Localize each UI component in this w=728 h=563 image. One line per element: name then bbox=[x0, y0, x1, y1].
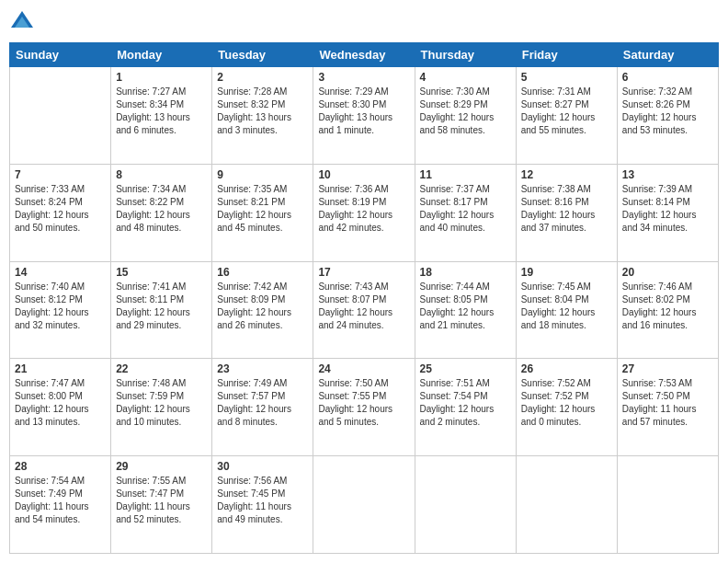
day-number: 30 bbox=[217, 460, 308, 473]
weekday-header: Sunday bbox=[10, 43, 111, 67]
calendar-cell bbox=[313, 456, 415, 554]
day-number: 20 bbox=[622, 266, 713, 279]
calendar-cell: 2Sunrise: 7:28 AM Sunset: 8:32 PM Daylig… bbox=[212, 67, 313, 165]
calendar-cell: 10Sunrise: 7:36 AM Sunset: 8:19 PM Dayli… bbox=[313, 164, 415, 261]
day-number: 5 bbox=[521, 71, 612, 84]
day-number: 22 bbox=[116, 362, 207, 375]
day-number: 23 bbox=[217, 362, 308, 375]
calendar-cell: 9Sunrise: 7:35 AM Sunset: 8:21 PM Daylig… bbox=[212, 164, 313, 261]
calendar-week-row: 21Sunrise: 7:47 AM Sunset: 8:00 PM Dayli… bbox=[10, 359, 719, 456]
cell-info: Sunrise: 7:44 AM Sunset: 8:05 PM Dayligh… bbox=[420, 281, 511, 332]
calendar-cell: 29Sunrise: 7:55 AM Sunset: 7:47 PM Dayli… bbox=[111, 456, 212, 554]
calendar-cell: 8Sunrise: 7:34 AM Sunset: 8:22 PM Daylig… bbox=[111, 164, 212, 261]
calendar-week-row: 28Sunrise: 7:54 AM Sunset: 7:49 PM Dayli… bbox=[10, 456, 719, 554]
day-number: 29 bbox=[116, 460, 207, 473]
cell-info: Sunrise: 7:53 AM Sunset: 7:50 PM Dayligh… bbox=[622, 377, 713, 429]
calendar-cell: 27Sunrise: 7:53 AM Sunset: 7:50 PM Dayli… bbox=[617, 359, 718, 456]
weekday-header-row: SundayMondayTuesdayWednesdayThursdayFrid… bbox=[10, 43, 719, 67]
calendar-cell: 19Sunrise: 7:45 AM Sunset: 8:04 PM Dayli… bbox=[516, 261, 617, 359]
cell-info: Sunrise: 7:34 AM Sunset: 8:22 PM Dayligh… bbox=[116, 183, 207, 235]
day-number: 1 bbox=[116, 71, 207, 84]
calendar-week-row: 7Sunrise: 7:33 AM Sunset: 8:24 PM Daylig… bbox=[10, 164, 719, 261]
calendar-cell: 24Sunrise: 7:50 AM Sunset: 7:55 PM Dayli… bbox=[313, 359, 415, 456]
cell-info: Sunrise: 7:55 AM Sunset: 7:47 PM Dayligh… bbox=[116, 475, 207, 526]
day-number: 6 bbox=[622, 71, 713, 84]
cell-info: Sunrise: 7:35 AM Sunset: 8:21 PM Dayligh… bbox=[217, 183, 308, 235]
cell-info: Sunrise: 7:37 AM Sunset: 8:17 PM Dayligh… bbox=[420, 183, 511, 235]
calendar-cell: 1Sunrise: 7:27 AM Sunset: 8:34 PM Daylig… bbox=[111, 67, 212, 165]
day-number: 11 bbox=[420, 168, 511, 181]
calendar-cell: 6Sunrise: 7:32 AM Sunset: 8:26 PM Daylig… bbox=[617, 67, 718, 165]
cell-info: Sunrise: 7:50 AM Sunset: 7:55 PM Dayligh… bbox=[318, 377, 409, 429]
calendar-cell bbox=[10, 67, 111, 165]
cell-info: Sunrise: 7:38 AM Sunset: 8:16 PM Dayligh… bbox=[521, 183, 612, 235]
calendar-cell: 28Sunrise: 7:54 AM Sunset: 7:49 PM Dayli… bbox=[10, 456, 111, 554]
day-number: 9 bbox=[217, 168, 308, 181]
calendar-cell: 11Sunrise: 7:37 AM Sunset: 8:17 PM Dayli… bbox=[415, 164, 516, 261]
calendar-cell: 30Sunrise: 7:56 AM Sunset: 7:45 PM Dayli… bbox=[212, 456, 313, 554]
calendar-cell bbox=[617, 456, 718, 554]
day-number: 10 bbox=[318, 168, 409, 181]
logo bbox=[9, 9, 37, 35]
day-number: 14 bbox=[15, 266, 106, 279]
day-number: 16 bbox=[217, 266, 308, 279]
weekday-header: Wednesday bbox=[313, 43, 415, 67]
cell-info: Sunrise: 7:49 AM Sunset: 7:57 PM Dayligh… bbox=[217, 377, 308, 429]
day-number: 25 bbox=[420, 362, 511, 375]
calendar-cell: 3Sunrise: 7:29 AM Sunset: 8:30 PM Daylig… bbox=[313, 67, 415, 165]
header bbox=[9, 9, 719, 35]
day-number: 13 bbox=[622, 168, 713, 181]
day-number: 24 bbox=[318, 362, 409, 375]
cell-info: Sunrise: 7:30 AM Sunset: 8:29 PM Dayligh… bbox=[420, 86, 511, 137]
day-number: 3 bbox=[318, 71, 409, 84]
page: SundayMondayTuesdayWednesdayThursdayFrid… bbox=[0, 0, 728, 563]
cell-info: Sunrise: 7:46 AM Sunset: 8:02 PM Dayligh… bbox=[622, 281, 713, 332]
calendar-table: SundayMondayTuesdayWednesdayThursdayFrid… bbox=[9, 42, 719, 554]
cell-info: Sunrise: 7:28 AM Sunset: 8:32 PM Dayligh… bbox=[217, 86, 308, 137]
day-number: 8 bbox=[116, 168, 207, 181]
cell-info: Sunrise: 7:29 AM Sunset: 8:30 PM Dayligh… bbox=[318, 86, 409, 137]
calendar-cell: 15Sunrise: 7:41 AM Sunset: 8:11 PM Dayli… bbox=[111, 261, 212, 359]
cell-info: Sunrise: 7:51 AM Sunset: 7:54 PM Dayligh… bbox=[420, 377, 511, 429]
cell-info: Sunrise: 7:36 AM Sunset: 8:19 PM Dayligh… bbox=[318, 183, 409, 235]
cell-info: Sunrise: 7:41 AM Sunset: 8:11 PM Dayligh… bbox=[116, 281, 207, 332]
day-number: 4 bbox=[420, 71, 511, 84]
calendar-cell: 14Sunrise: 7:40 AM Sunset: 8:12 PM Dayli… bbox=[10, 261, 111, 359]
day-number: 18 bbox=[420, 266, 511, 279]
calendar-cell: 13Sunrise: 7:39 AM Sunset: 8:14 PM Dayli… bbox=[617, 164, 718, 261]
cell-info: Sunrise: 7:31 AM Sunset: 8:27 PM Dayligh… bbox=[521, 86, 612, 137]
calendar-cell: 18Sunrise: 7:44 AM Sunset: 8:05 PM Dayli… bbox=[415, 261, 516, 359]
calendar-cell: 7Sunrise: 7:33 AM Sunset: 8:24 PM Daylig… bbox=[10, 164, 111, 261]
calendar-cell: 25Sunrise: 7:51 AM Sunset: 7:54 PM Dayli… bbox=[415, 359, 516, 456]
cell-info: Sunrise: 7:45 AM Sunset: 8:04 PM Dayligh… bbox=[521, 281, 612, 332]
weekday-header: Monday bbox=[111, 43, 212, 67]
cell-info: Sunrise: 7:52 AM Sunset: 7:52 PM Dayligh… bbox=[521, 377, 612, 429]
calendar-cell: 5Sunrise: 7:31 AM Sunset: 8:27 PM Daylig… bbox=[516, 67, 617, 165]
calendar-cell: 21Sunrise: 7:47 AM Sunset: 8:00 PM Dayli… bbox=[10, 359, 111, 456]
cell-info: Sunrise: 7:42 AM Sunset: 8:09 PM Dayligh… bbox=[217, 281, 308, 332]
calendar-cell: 4Sunrise: 7:30 AM Sunset: 8:29 PM Daylig… bbox=[415, 67, 516, 165]
logo-icon bbox=[9, 9, 35, 35]
calendar-cell: 12Sunrise: 7:38 AM Sunset: 8:16 PM Dayli… bbox=[516, 164, 617, 261]
calendar-week-row: 14Sunrise: 7:40 AM Sunset: 8:12 PM Dayli… bbox=[10, 261, 719, 359]
day-number: 26 bbox=[521, 362, 612, 375]
day-number: 21 bbox=[15, 362, 106, 375]
weekday-header: Friday bbox=[516, 43, 617, 67]
weekday-header: Tuesday bbox=[212, 43, 313, 67]
cell-info: Sunrise: 7:33 AM Sunset: 8:24 PM Dayligh… bbox=[15, 183, 106, 235]
calendar-cell: 16Sunrise: 7:42 AM Sunset: 8:09 PM Dayli… bbox=[212, 261, 313, 359]
day-number: 19 bbox=[521, 266, 612, 279]
cell-info: Sunrise: 7:40 AM Sunset: 8:12 PM Dayligh… bbox=[15, 281, 106, 332]
day-number: 27 bbox=[622, 362, 713, 375]
cell-info: Sunrise: 7:54 AM Sunset: 7:49 PM Dayligh… bbox=[15, 475, 106, 526]
cell-info: Sunrise: 7:43 AM Sunset: 8:07 PM Dayligh… bbox=[318, 281, 409, 332]
calendar-cell: 22Sunrise: 7:48 AM Sunset: 7:59 PM Dayli… bbox=[111, 359, 212, 456]
cell-info: Sunrise: 7:39 AM Sunset: 8:14 PM Dayligh… bbox=[622, 183, 713, 235]
calendar-cell: 26Sunrise: 7:52 AM Sunset: 7:52 PM Dayli… bbox=[516, 359, 617, 456]
cell-info: Sunrise: 7:48 AM Sunset: 7:59 PM Dayligh… bbox=[116, 377, 207, 429]
day-number: 15 bbox=[116, 266, 207, 279]
cell-info: Sunrise: 7:27 AM Sunset: 8:34 PM Dayligh… bbox=[116, 86, 207, 137]
calendar-week-row: 1Sunrise: 7:27 AM Sunset: 8:34 PM Daylig… bbox=[10, 67, 719, 165]
calendar-cell: 17Sunrise: 7:43 AM Sunset: 8:07 PM Dayli… bbox=[313, 261, 415, 359]
calendar-cell bbox=[415, 456, 516, 554]
